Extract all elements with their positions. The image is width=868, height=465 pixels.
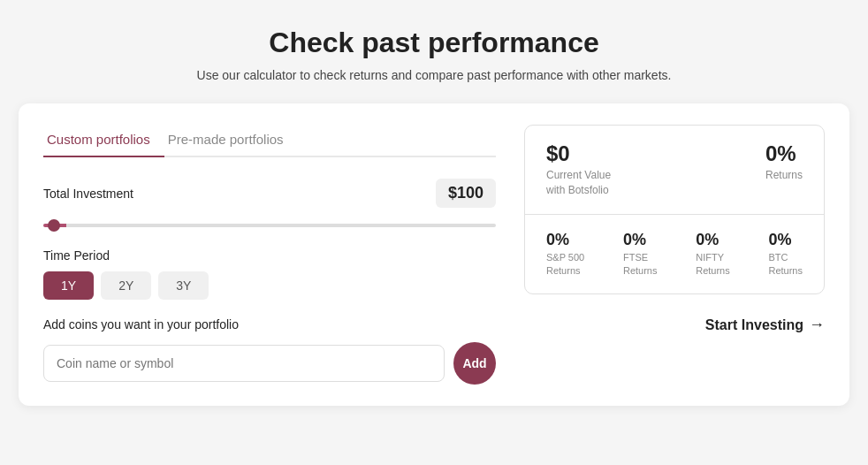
ftse-label: FTSEReturns: [623, 251, 658, 278]
tab-custom-portfolios[interactable]: Custom portfolios: [43, 125, 164, 157]
time-btn-2y[interactable]: 2Y: [101, 271, 151, 300]
time-btn-1y[interactable]: 1Y: [43, 271, 94, 300]
coin-search-input[interactable]: [43, 345, 445, 382]
nifty-stat: 0% NIFTYReturns: [696, 231, 730, 278]
right-panel: $0 Current Valuewith Botsfolio 0% Return…: [524, 125, 825, 385]
time-buttons-group: 1Y 2Y 3Y: [43, 271, 496, 300]
tabs-container: Custom portfolios Pre-made portfolios: [43, 125, 496, 157]
ftse-stat: 0% FTSEReturns: [623, 231, 658, 278]
page-title: Check past performance: [269, 27, 598, 59]
sp500-label: S&P 500Returns: [546, 251, 584, 278]
time-period-label: Time Period: [43, 248, 496, 263]
sp500-value: 0%: [546, 231, 584, 249]
btc-label: BTCReturns: [768, 251, 803, 278]
investment-value: $100: [436, 179, 496, 208]
nifty-label: NIFTYReturns: [696, 251, 730, 278]
btc-value: 0%: [768, 231, 803, 249]
returns-stat: 0% Returns: [765, 141, 803, 198]
main-card: Custom portfolios Pre-made portfolios To…: [19, 103, 849, 406]
stats-box: $0 Current Valuewith Botsfolio 0% Return…: [524, 125, 825, 294]
start-investing-label: Start Investing: [705, 317, 803, 333]
tab-premade-portfolios[interactable]: Pre-made portfolios: [164, 125, 298, 157]
current-value-label: Current Valuewith Botsfolio: [546, 168, 611, 198]
add-coins-label: Add coins you want in your portfolio: [43, 317, 496, 332]
stats-bottom-row: 0% S&P 500Returns 0% FTSEReturns 0% NIFT…: [525, 215, 824, 294]
investment-row: Total Investment $100: [43, 179, 496, 208]
start-investing-button[interactable]: Start Investing →: [705, 316, 825, 334]
slider-container: [43, 215, 496, 231]
nifty-value: 0%: [696, 231, 730, 249]
investment-label: Total Investment: [43, 187, 133, 201]
left-panel: Custom portfolios Pre-made portfolios To…: [43, 125, 496, 385]
arrow-icon: →: [809, 316, 825, 334]
current-value-number: $0: [546, 141, 611, 166]
stats-top-row: $0 Current Valuewith Botsfolio 0% Return…: [525, 126, 824, 215]
returns-label: Returns: [765, 168, 803, 183]
add-coins-row: Add: [43, 342, 496, 385]
time-btn-3y[interactable]: 3Y: [158, 271, 209, 300]
time-period-section: Time Period 1Y 2Y 3Y: [43, 248, 496, 300]
btc-stat: 0% BTCReturns: [768, 231, 803, 278]
ftse-value: 0%: [623, 231, 658, 249]
current-value-stat: $0 Current Valuewith Botsfolio: [546, 141, 611, 198]
sp500-stat: 0% S&P 500Returns: [546, 231, 584, 278]
investment-slider[interactable]: [43, 224, 496, 227]
returns-value: 0%: [765, 141, 803, 166]
page-subtitle: Use our calculator to check returns and …: [197, 68, 672, 82]
cta-row: Start Investing →: [524, 312, 825, 334]
add-coin-button[interactable]: Add: [453, 342, 496, 385]
